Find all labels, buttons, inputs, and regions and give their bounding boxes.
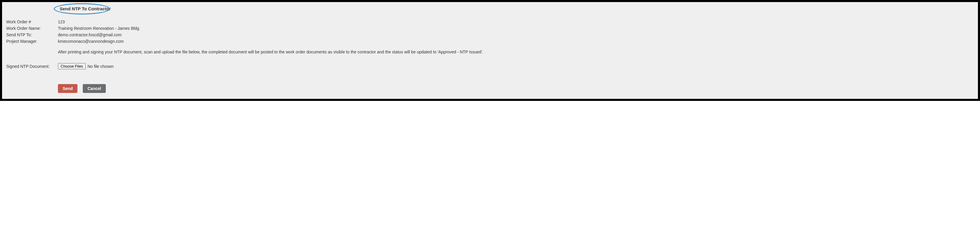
cancel-button[interactable]: Cancel <box>83 84 106 93</box>
work-order-name-value: Training Restroom Renovation - James Bld… <box>58 26 974 31</box>
title-wrap: Send NTP To Contractor <box>58 6 113 11</box>
project-manager-value: kmecomonaco@cannondesign.com <box>58 39 974 44</box>
field-grid: Work Order # 123 Work Order Name: Traini… <box>6 19 974 44</box>
action-buttons: Send Cancel <box>58 84 974 93</box>
send-ntp-to-value: demo.contractor.foscd@gmail.com <box>58 32 974 37</box>
upload-control: Choose Files No file chosen <box>58 63 114 70</box>
instructions-text: After printing and signing your NTP docu… <box>58 49 974 54</box>
send-ntp-to-label: Send NTP To: <box>6 32 58 37</box>
file-chosen-status: No file chosen <box>88 64 114 69</box>
work-order-num-label: Work Order # <box>6 19 58 24</box>
project-manager-label: Project Manager <box>6 39 58 44</box>
work-order-num-value: 123 <box>58 19 974 24</box>
choose-files-button[interactable]: Choose Files <box>58 63 86 70</box>
work-order-name-label: Work Order Name: <box>6 26 58 31</box>
send-button[interactable]: Send <box>58 84 78 93</box>
signed-ntp-label: Signed NTP Document: <box>6 64 58 69</box>
dialog-title: Send NTP To Contractor <box>58 6 113 11</box>
dialog-panel: Send NTP To Contractor Work Order # 123 … <box>2 2 978 99</box>
upload-row: Signed NTP Document: Choose Files No fil… <box>6 63 974 70</box>
outer-frame: Send NTP To Contractor Work Order # 123 … <box>0 0 980 101</box>
dialog-header: Send NTP To Contractor <box>58 6 974 11</box>
